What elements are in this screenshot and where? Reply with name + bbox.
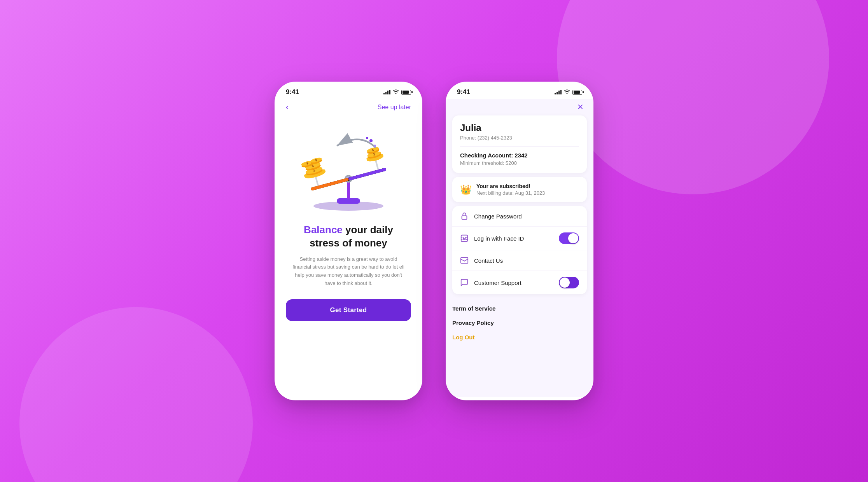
subscription-text: Your are subscribed! Next billing date: … bbox=[476, 183, 545, 196]
customer-support-toggle[interactable] bbox=[559, 277, 579, 288]
logout-link[interactable]: Log Out bbox=[452, 330, 587, 344]
phone2-content: ✕ Julia Phone: (232) 445-2323 Checking A… bbox=[446, 99, 593, 397]
links-section: Term of Service Provacy Policy Log Out bbox=[446, 298, 593, 348]
headline-accent: Balance bbox=[304, 224, 343, 236]
subscription-card: 👑 Your are subscribed! Next billing date… bbox=[452, 177, 587, 202]
account-label: Checking Account: 2342 bbox=[460, 152, 579, 159]
headline: Balance your dailystress of money bbox=[304, 224, 393, 250]
lock-icon bbox=[460, 212, 469, 220]
status-bar-2: 9:41 bbox=[446, 82, 593, 99]
top-bar-2: ✕ bbox=[446, 99, 593, 112]
scale-illustration: $ $ $ $ bbox=[298, 122, 399, 216]
face-id-label: Log in with Face ID bbox=[474, 235, 553, 242]
nav-bar-1: ‹ See up later bbox=[286, 99, 411, 119]
subtitle: Setting aside money is a great way to av… bbox=[286, 255, 411, 288]
account-sub: Minimum threshold: $200 bbox=[460, 160, 579, 166]
customer-support-label: Customer Support bbox=[474, 279, 553, 286]
back-button[interactable]: ‹ bbox=[286, 102, 289, 112]
svg-rect-36 bbox=[462, 216, 467, 219]
close-button[interactable]: ✕ bbox=[577, 102, 584, 112]
chat-icon bbox=[460, 278, 469, 287]
change-password-label: Change Password bbox=[474, 213, 579, 220]
crown-icon: 👑 bbox=[460, 184, 472, 195]
settings-item-change-password[interactable]: Change Password bbox=[452, 206, 587, 227]
privacy-link[interactable]: Provacy Policy bbox=[452, 316, 587, 330]
svg-rect-7 bbox=[348, 168, 387, 181]
signal-icon-2 bbox=[555, 90, 562, 94]
phone-profile: 9:41 ✕ Julia bbox=[446, 82, 593, 400]
profile-divider bbox=[460, 146, 579, 147]
settings-list: Change Password bbox=[452, 206, 587, 294]
wifi-icon-2 bbox=[564, 89, 570, 95]
tos-link[interactable]: Term of Service bbox=[452, 301, 587, 316]
svg-rect-1 bbox=[337, 198, 360, 204]
phone-onboarding: 9:41 ‹ See up later bbox=[275, 82, 422, 400]
signal-icon-1 bbox=[383, 90, 390, 94]
settings-item-contact-us[interactable]: Contact Us bbox=[452, 250, 587, 271]
svg-point-34 bbox=[374, 145, 376, 147]
subscription-title: Your are subscribed! bbox=[476, 183, 545, 189]
svg-rect-42 bbox=[461, 258, 468, 264]
phones-container: 9:41 ‹ See up later bbox=[275, 82, 593, 400]
svg-point-35 bbox=[366, 137, 368, 139]
status-icons-1 bbox=[383, 89, 411, 95]
battery-icon-2 bbox=[572, 90, 582, 95]
time-2: 9:41 bbox=[457, 88, 470, 96]
get-started-button[interactable]: Get Started bbox=[286, 299, 411, 321]
mail-icon bbox=[460, 256, 469, 265]
skip-button[interactable]: See up later bbox=[378, 104, 411, 111]
svg-point-33 bbox=[369, 139, 373, 142]
face-id-icon bbox=[460, 234, 469, 243]
profile-card: Julia Phone: (232) 445-2323 Checking Acc… bbox=[452, 115, 587, 173]
subscription-date: Next billing date: Aug 31, 2023 bbox=[476, 190, 545, 196]
contact-us-label: Contact Us bbox=[474, 257, 579, 264]
face-id-toggle[interactable] bbox=[559, 232, 579, 244]
phone1-content: ‹ See up later bbox=[275, 99, 422, 321]
wifi-icon-1 bbox=[393, 89, 399, 95]
settings-item-face-id[interactable]: Log in with Face ID bbox=[452, 227, 587, 250]
status-bar-1: 9:41 bbox=[275, 82, 422, 99]
settings-item-customer-support[interactable]: Customer Support bbox=[452, 271, 587, 294]
time-1: 9:41 bbox=[286, 88, 299, 96]
profile-name: Julia bbox=[460, 122, 579, 133]
profile-phone: Phone: (232) 445-2323 bbox=[460, 135, 579, 141]
status-icons-2 bbox=[555, 89, 582, 95]
svg-rect-37 bbox=[461, 235, 468, 242]
battery-icon-1 bbox=[401, 90, 411, 95]
